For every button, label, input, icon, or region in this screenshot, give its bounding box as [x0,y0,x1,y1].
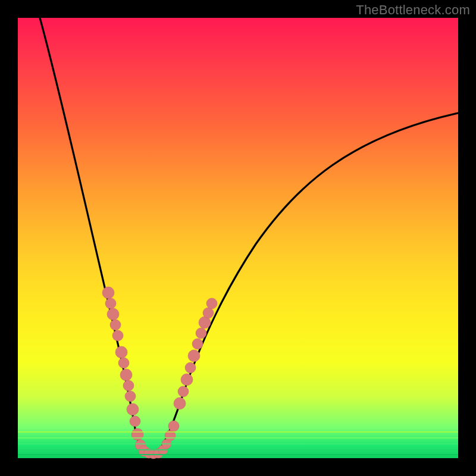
svg-point-23 [178,386,189,397]
svg-point-26 [188,350,200,362]
svg-point-27 [192,339,203,349]
svg-point-1 [105,298,116,309]
svg-point-5 [115,346,127,358]
bottom-bands [18,432,458,455]
svg-point-25 [185,362,196,373]
bottleneck-curve [40,18,458,454]
left-branch-markers [102,287,163,459]
right-branch-markers [158,298,217,455]
svg-point-8 [123,380,134,391]
svg-point-28 [196,328,206,339]
watermark-text: TheBottleneck.com [356,2,470,18]
svg-point-11 [130,416,140,427]
svg-point-7 [120,369,132,381]
svg-point-24 [181,374,193,386]
svg-point-9 [125,391,136,402]
svg-point-10 [127,403,139,415]
curve-layer [18,18,458,458]
svg-point-2 [107,308,119,320]
svg-point-31 [206,298,217,309]
chart-frame: TheBottleneck.com [0,0,476,476]
svg-point-30 [203,308,214,318]
plot-area [18,18,458,458]
svg-point-22 [174,397,186,409]
svg-point-21 [168,421,179,431]
svg-point-0 [102,287,114,299]
svg-point-4 [112,330,123,341]
svg-point-3 [110,320,121,330]
svg-point-6 [118,358,129,368]
